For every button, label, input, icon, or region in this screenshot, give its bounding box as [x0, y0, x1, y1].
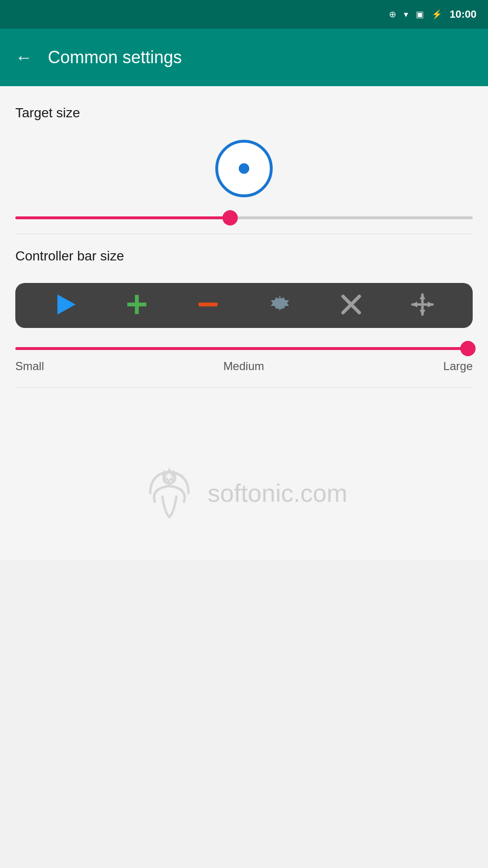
- status-time: 10:00: [450, 8, 477, 21]
- divider-1: [15, 234, 473, 234]
- page-title: Common settings: [48, 47, 182, 68]
- svg-marker-0: [57, 294, 76, 315]
- svg-rect-3: [199, 303, 218, 306]
- target-size-section: Target size: [15, 105, 473, 219]
- target-circle-container: [15, 140, 473, 197]
- controller-bar-label: Controller bar size: [15, 248, 473, 264]
- svg-marker-10: [420, 310, 425, 316]
- move-icon: [410, 293, 434, 318]
- label-small: Small: [15, 360, 44, 373]
- watermark: softonic.com: [15, 445, 473, 541]
- divider-2: [15, 387, 473, 388]
- target-size-thumb[interactable]: [222, 210, 238, 225]
- svg-rect-2: [127, 303, 146, 306]
- minus-icon: [196, 293, 220, 318]
- status-bar: ⊕ ▾ ▣ ⚡ 10:00: [0, 0, 488, 29]
- app-bar: ← Common settings: [0, 29, 488, 86]
- content-area: Target size Controller bar size: [0, 86, 488, 560]
- softonic-brand-text: softonic.com: [208, 479, 347, 507]
- svg-marker-11: [411, 302, 417, 307]
- back-button[interactable]: ←: [15, 47, 33, 68]
- close-icon: [339, 293, 363, 318]
- label-medium: Medium: [223, 360, 264, 373]
- target-circle: [215, 140, 273, 197]
- label-large: Large: [444, 360, 473, 373]
- slider-labels: Small Medium Large: [15, 360, 473, 373]
- sim-icon: ▣: [416, 9, 424, 20]
- plus-icon: [125, 293, 149, 318]
- controller-bar-slider[interactable]: [15, 347, 473, 350]
- target-size-slider[interactable]: [15, 216, 473, 219]
- gps-icon: ⊕: [389, 9, 396, 20]
- svg-marker-12: [428, 302, 433, 307]
- softonic-logo-icon: [141, 464, 198, 522]
- controller-bar-preview: [15, 283, 473, 328]
- controller-bar-section: Controller bar size: [15, 248, 473, 373]
- svg-marker-9: [420, 293, 425, 299]
- gear-icon: [268, 293, 292, 318]
- controller-bar-thumb[interactable]: [460, 341, 476, 356]
- target-dot: [239, 163, 249, 174]
- play-icon: [54, 293, 78, 318]
- battery-icon: ⚡: [432, 9, 442, 20]
- wifi-icon: ▾: [404, 9, 408, 20]
- target-size-label: Target size: [15, 105, 473, 121]
